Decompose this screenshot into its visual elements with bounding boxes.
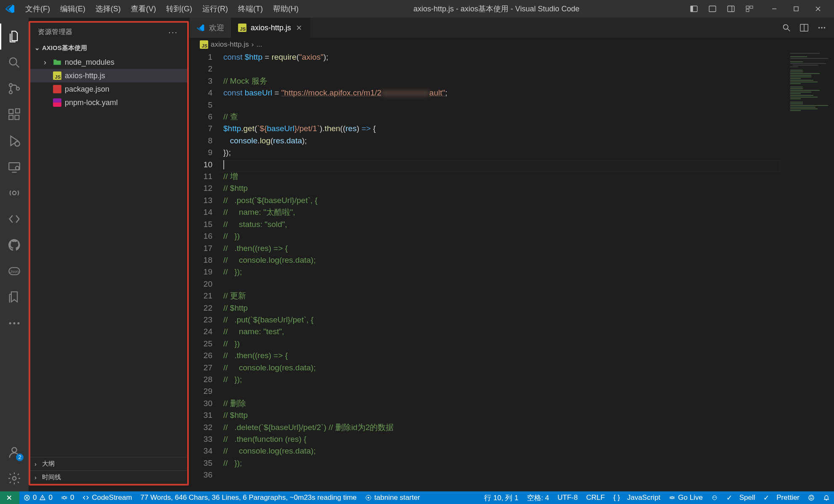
activity-json[interactable]: Json: [0, 258, 29, 284]
file-tree: ›node_modulesJSaxios-http.jspackage.json…: [30, 55, 187, 110]
svg-point-82: [713, 497, 714, 498]
activity-scm[interactable]: [0, 76, 29, 102]
window-title: axios-http.js - axios基本使用 - Visual Studi…: [303, 4, 690, 14]
menu-item[interactable]: 运行(R): [198, 2, 232, 16]
svg-rect-10: [794, 7, 798, 11]
project-name: AXIOS基本使用: [42, 44, 87, 52]
menu-item[interactable]: 文件(F): [21, 2, 54, 16]
status-eol[interactable]: CRLF: [582, 491, 609, 504]
timeline-section[interactable]: ›时间线: [30, 470, 187, 484]
svg-point-79: [368, 497, 369, 499]
status-language[interactable]: { } JavaScript: [609, 491, 665, 504]
menu-item[interactable]: 选择(S): [91, 2, 125, 16]
svg-point-40: [818, 27, 820, 29]
tree-item[interactable]: pnpm-lock.yaml: [30, 96, 187, 109]
svg-point-81: [712, 496, 717, 500]
svg-rect-8: [746, 9, 749, 12]
code-editor[interactable]: 1234567891011121314151617181920212223242…: [190, 51, 834, 491]
find-icon[interactable]: [782, 23, 791, 32]
svg-rect-60: [790, 88, 803, 89]
svg-rect-64: [790, 95, 813, 96]
status-golive[interactable]: Go Live: [665, 491, 707, 504]
svg-rect-53: [790, 75, 811, 76]
editor-more-icon[interactable]: [817, 23, 826, 32]
svg-point-22: [15, 141, 19, 146]
menu-item[interactable]: 帮助(H): [269, 2, 303, 16]
tree-item[interactable]: package.json: [30, 82, 187, 96]
activity-explorer[interactable]: [0, 24, 29, 50]
menu-item[interactable]: 查看(V): [127, 2, 160, 16]
tree-item[interactable]: ›node_modules: [30, 55, 187, 69]
svg-point-13: [10, 58, 17, 65]
svg-rect-43: [790, 53, 820, 54]
js-icon: JS: [200, 40, 208, 49]
activity-more[interactable]: [0, 310, 29, 336]
toggle-panel-icon[interactable]: [709, 5, 716, 13]
status-cursor[interactable]: 行 10, 列 1: [480, 491, 522, 504]
remote-button[interactable]: [0, 491, 19, 504]
title-bar: 文件(F)编辑(E)选择(S)查看(V)转到(G)运行(R)终端(T)帮助(H)…: [0, 0, 834, 18]
close-button[interactable]: [807, 0, 829, 18]
project-header[interactable]: ⌄ AXIOS基本使用: [30, 41, 187, 55]
status-encoding[interactable]: UTF-8: [553, 491, 582, 504]
layout-controls: [690, 5, 753, 13]
activity-github[interactable]: [0, 232, 29, 258]
editor-tab[interactable]: 欢迎: [190, 18, 231, 38]
activity-search[interactable]: [0, 50, 29, 76]
minimize-button[interactable]: [763, 0, 785, 18]
chevron-right-icon: ›: [34, 474, 42, 481]
toggle-secondary-sidebar-icon[interactable]: [727, 5, 735, 13]
customize-layout-icon[interactable]: [746, 5, 753, 13]
menu-item[interactable]: 终端(T): [234, 2, 267, 16]
activity-run-debug[interactable]: [0, 128, 29, 154]
svg-point-85: [810, 497, 811, 497]
outline-section[interactable]: ›大纲: [30, 457, 187, 470]
activity-bookmarks[interactable]: [0, 284, 29, 310]
sidebar-more-icon[interactable]: ···: [168, 27, 178, 37]
activity-account[interactable]: 2: [0, 439, 29, 465]
status-problems[interactable]: 0 0: [19, 491, 57, 504]
line-gutter: 1234567891011121314151617181920212223242…: [190, 51, 223, 491]
svg-point-42: [824, 27, 826, 29]
svg-rect-70: [790, 107, 815, 108]
chevron-down-icon: ⌄: [34, 44, 42, 52]
maximize-button[interactable]: [785, 0, 807, 18]
svg-rect-54: [790, 77, 811, 77]
status-quokka[interactable]: [707, 491, 722, 504]
status-spell[interactable]: ✓ Spell: [722, 491, 760, 504]
svg-rect-58: [790, 83, 801, 84]
svg-point-32: [12, 448, 16, 452]
menu-item[interactable]: 转到(G): [162, 2, 196, 16]
status-tabnine[interactable]: tabnine starter: [361, 491, 424, 504]
status-prettier[interactable]: ✓ Prettier: [759, 491, 804, 504]
menu-item[interactable]: 编辑(E): [56, 2, 90, 16]
status-feedback[interactable]: [804, 491, 819, 504]
status-indent[interactable]: 空格: 4: [523, 491, 553, 504]
status-ports[interactable]: 0: [57, 491, 78, 504]
account-badge: 2: [16, 454, 24, 461]
svg-rect-6: [746, 6, 749, 8]
toggle-primary-sidebar-icon[interactable]: [690, 5, 698, 13]
split-editor-icon[interactable]: [800, 23, 809, 32]
editor-tab[interactable]: JSaxios-http.js: [231, 18, 310, 38]
status-codestream[interactable]: CodeStream: [78, 491, 136, 504]
svg-rect-7: [750, 6, 753, 8]
svg-rect-46: [790, 61, 803, 62]
activity-live[interactable]: [0, 180, 29, 206]
code-content[interactable]: const $http = require("axios"); // Mock …: [223, 51, 788, 491]
activity-settings[interactable]: [0, 465, 29, 491]
status-bell[interactable]: [819, 491, 834, 504]
activity-extensions[interactable]: [0, 102, 29, 128]
status-word-count[interactable]: 77 Words, 646 Chars, 36 Lines, 6 Paragra…: [136, 491, 361, 504]
svg-point-77: [63, 496, 66, 499]
breadcrumb[interactable]: JS axios-http.js › ...: [190, 38, 834, 51]
minimap[interactable]: [788, 51, 834, 491]
activity-bar: Json 2: [0, 18, 29, 491]
activity-codestream[interactable]: [0, 206, 29, 232]
tree-item[interactable]: JSaxios-http.js: [30, 69, 187, 82]
svg-line-14: [16, 64, 19, 67]
svg-rect-52: [790, 73, 820, 74]
svg-rect-66: [790, 98, 801, 99]
close-icon[interactable]: [295, 24, 303, 32]
activity-remote[interactable]: [0, 154, 29, 180]
